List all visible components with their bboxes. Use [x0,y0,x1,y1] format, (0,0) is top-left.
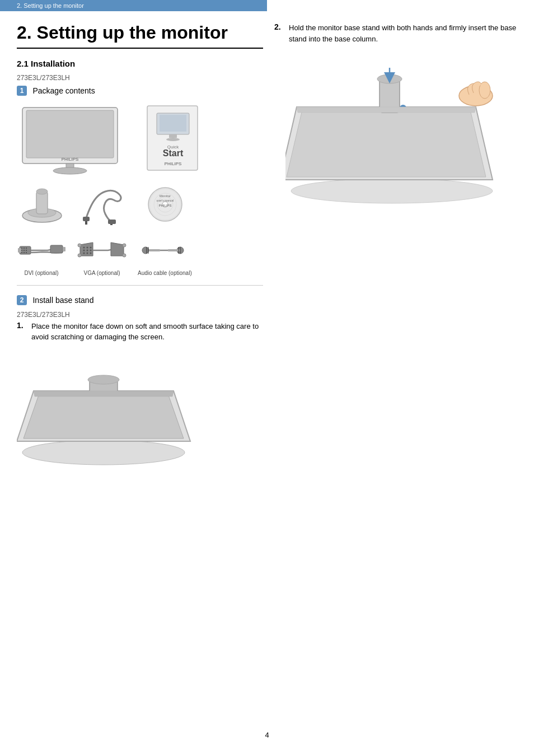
svg-point-55 [123,244,126,247]
left-column: 2. Setting up the monitor 2.1 Installati… [17,0,263,469]
svg-rect-40 [50,245,63,253]
page-number: 4 [265,731,269,739]
monitor-facedown-illustration [17,357,263,469]
svg-point-16 [36,189,48,194]
svg-point-52 [78,244,81,247]
svg-point-3 [53,167,87,174]
right-step2-num: 2. [274,22,287,51]
svg-text:Monitor: Monitor [159,194,170,198]
svg-rect-38 [24,252,25,253]
svg-point-56 [123,254,126,257]
svg-rect-19 [108,220,116,224]
svg-marker-67 [24,394,184,438]
quickstart-illustration: Quick Start PHILIPS [140,104,207,176]
step1-header: 1 Package contents [17,85,263,96]
svg-rect-35 [24,250,25,251]
svg-marker-54 [111,242,124,256]
svg-rect-41 [63,247,65,251]
divider-1 [17,285,263,286]
install-step-1: 1. Place the monitor face down on soft a… [17,321,263,349]
svg-point-44 [87,246,88,248]
svg-rect-30 [18,248,21,253]
monitor-illustration: PHILIPS [17,104,129,176]
svg-point-51 [90,252,92,254]
base-insert-illustration [274,62,521,208]
package-row-2: Monitor user's manual PHILIPS [17,182,263,227]
svg-rect-58 [149,249,160,251]
svg-text:Start: Start [163,148,184,158]
model-label-1: 273E3L/273E3LH [17,74,263,82]
svg-point-71 [291,179,493,203]
svg-rect-39 [26,252,27,253]
svg-point-45 [90,246,92,248]
svg-rect-20 [110,224,113,225]
svg-marker-70 [34,391,174,396]
svg-point-57 [142,247,149,254]
dvi-cable-item: DVI (optional) [17,232,66,276]
step1-label: Package contents [32,86,95,95]
svg-point-50 [87,252,88,254]
svg-rect-33 [26,248,27,249]
svg-rect-15 [36,192,48,214]
svg-rect-18 [85,221,87,225]
svg-rect-7 [160,115,186,132]
section-title: 2. Setting up the monitor [17,22,263,49]
svg-marker-80 [297,107,476,113]
svg-point-48 [90,249,92,251]
step2-label: Install base stand [32,296,93,305]
dvi-label: DVI (optional) [24,270,58,276]
cd-illustration: Monitor user's manual PHILIPS [140,182,190,227]
page-wrapper: 2. Setting up the monitor 2. Setting up … [0,0,534,756]
svg-point-69 [88,375,119,384]
svg-rect-32 [24,248,25,249]
package-row-1: PHILIPS Quick Start P [17,104,263,176]
svg-rect-17 [83,217,90,221]
model-label-2: 273E3L/273E3LH [17,311,263,319]
svg-rect-36 [26,250,27,251]
svg-text:PHILIPS: PHILIPS [165,161,182,166]
vga-cable-item: VGA (optional) [77,232,127,276]
svg-point-43 [83,246,85,248]
svg-marker-42 [80,242,93,256]
install-step1-num: 1. [17,321,29,349]
svg-rect-37 [21,252,22,253]
package-row-3: DVI (optional) [17,232,263,276]
subsection-title: 2.1 Installation [17,59,263,68]
svg-point-65 [22,440,185,465]
svg-point-46 [83,249,85,251]
right-step-2: 2. Hold the monitor base stand with both… [274,22,521,51]
right-step2-text: Hold the monitor base stand with both ha… [289,22,521,44]
step2-header: 2 Install base stand [17,295,263,305]
audio-cable-item: Audio cable (optional) [138,232,192,276]
audio-label: Audio cable (optional) [138,270,192,276]
svg-text:PHILIPS: PHILIPS [62,157,79,162]
vga-label: VGA (optional) [83,270,120,276]
svg-rect-8 [169,134,177,138]
svg-marker-73 [287,110,486,177]
power-cable-illustration [78,182,129,227]
right-column: 2. Hold the monitor base stand with both… [274,17,521,208]
svg-rect-34 [21,250,22,251]
install-step1-text: Place the monitor face down on soft and … [31,321,263,343]
step2-badge: 2 [17,295,27,305]
svg-text:PHILIPS: PHILIPS [158,204,171,207]
svg-point-9 [166,138,180,141]
svg-point-53 [78,254,81,257]
base-stand-illustration [17,182,67,227]
svg-rect-1 [26,110,114,158]
svg-point-49 [83,252,85,254]
svg-point-47 [87,249,88,251]
svg-rect-31 [21,248,22,249]
step1-badge: 1 [17,86,27,96]
